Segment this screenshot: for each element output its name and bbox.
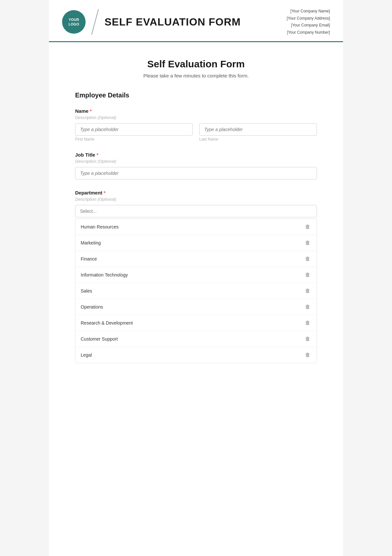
company-email: [Your Company Email]	[287, 22, 330, 29]
option-label-1: Marketing	[81, 240, 101, 245]
delete-option-button-5[interactable]: 🗑	[304, 303, 311, 311]
name-required-marker: *	[90, 108, 92, 114]
job-title-required-marker: *	[96, 152, 98, 158]
company-logo: YOUR LOGO	[62, 10, 86, 34]
option-label-7: Customer Support	[81, 336, 118, 342]
department-field-group: Department* Description (Optional) Human…	[75, 190, 317, 363]
department-option-6[interactable]: Research & Development🗑	[75, 315, 317, 331]
main-content: Self Evaluation Form Please take a few m…	[49, 42, 343, 393]
form-header-title: SELF EVALUATION FORM	[105, 16, 287, 28]
department-option-3[interactable]: Information Technology🗑	[75, 267, 317, 283]
delete-option-button-2[interactable]: 🗑	[304, 255, 311, 262]
department-option-0[interactable]: Human Resources🗑	[75, 219, 317, 235]
last-name-wrapper: Last Name	[199, 123, 317, 142]
company-name: [Your Company Name]	[287, 8, 330, 15]
option-label-0: Human Resources	[81, 224, 119, 229]
department-description: Description (Optional)	[75, 197, 317, 202]
delete-option-button-7[interactable]: 🗑	[304, 335, 311, 343]
option-label-4: Sales	[81, 288, 92, 294]
first-name-input[interactable]	[75, 123, 193, 136]
last-name-sublabel: Last Name	[199, 137, 317, 142]
delete-option-button-1[interactable]: 🗑	[304, 239, 311, 246]
department-option-4[interactable]: Sales🗑	[75, 283, 317, 299]
delete-option-button-3[interactable]: 🗑	[304, 271, 311, 278]
department-option-2[interactable]: Finance🗑	[75, 251, 317, 267]
company-address: [Your Company Address]	[287, 15, 330, 22]
last-name-input[interactable]	[199, 123, 317, 136]
option-label-6: Research & Development	[81, 320, 133, 326]
logo-text-line2: LOGO	[69, 22, 79, 26]
option-label-5: Operations	[81, 304, 103, 310]
name-description: Description (Optional)	[75, 115, 317, 120]
delete-option-button-0[interactable]: 🗑	[304, 223, 311, 230]
form-title: Self Evaluation Form	[75, 59, 317, 70]
option-label-2: Finance	[81, 256, 97, 261]
department-option-1[interactable]: Marketing🗑	[75, 235, 317, 251]
job-title-input[interactable]	[75, 167, 317, 179]
header-divider	[91, 9, 99, 35]
department-options-list: Human Resources🗑Marketing🗑Finance🗑Inform…	[75, 219, 317, 363]
company-info: [Your Company Name] [Your Company Addres…	[287, 8, 330, 36]
job-title-label: Job Title*	[75, 152, 317, 158]
name-input-row: First Name Last Name	[75, 123, 317, 142]
delete-option-button-4[interactable]: 🗑	[304, 287, 311, 295]
department-option-5[interactable]: Operations🗑	[75, 299, 317, 315]
department-select-input[interactable]	[75, 205, 317, 217]
first-name-wrapper: First Name	[75, 123, 193, 142]
delete-option-button-6[interactable]: 🗑	[304, 319, 311, 327]
job-title-field-group: Job Title* Description (Optional)	[75, 152, 317, 179]
name-field-group: Name* Description (Optional) First Name …	[75, 108, 317, 142]
page: YOUR LOGO SELF EVALUATION FORM [Your Com…	[49, 0, 343, 556]
department-option-7[interactable]: Customer Support🗑	[75, 331, 317, 347]
form-subtitle: Please take a few minutes to complete th…	[75, 73, 317, 78]
job-title-description: Description (Optional)	[75, 159, 317, 164]
option-label-3: Information Technology	[81, 272, 128, 278]
department-required-marker: *	[104, 190, 106, 195]
header: YOUR LOGO SELF EVALUATION FORM [Your Com…	[49, 0, 343, 42]
company-number: [Your Company Number]	[287, 29, 330, 36]
logo-text-line1: YOUR	[69, 17, 79, 22]
department-label: Department*	[75, 190, 317, 195]
delete-option-button-8[interactable]: 🗑	[304, 351, 311, 359]
first-name-sublabel: First Name	[75, 137, 193, 142]
name-label: Name*	[75, 108, 317, 114]
department-option-8[interactable]: Legal🗑	[75, 347, 317, 363]
employee-details-section-title: Employee Details	[75, 92, 317, 99]
option-label-8: Legal	[81, 352, 92, 358]
